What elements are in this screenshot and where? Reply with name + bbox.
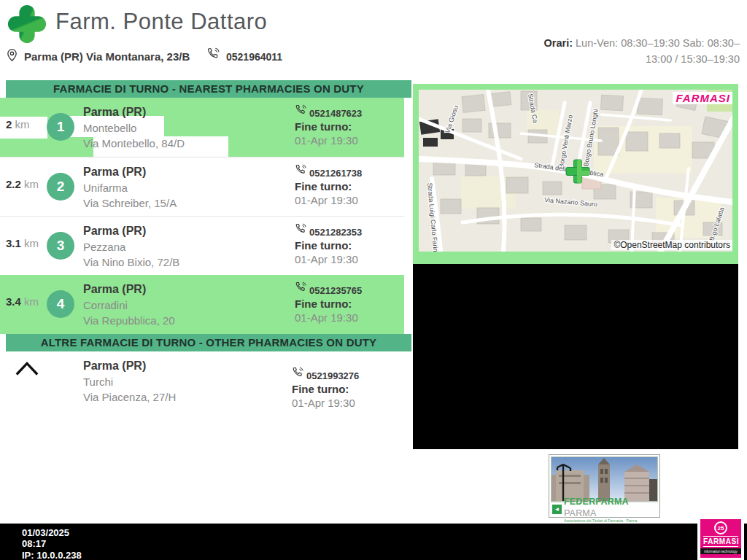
pharmacy-row[interactable]: 3.1 km 3 Parma (PR) Pezzana Via Nino Bix…: [0, 216, 404, 275]
distance-unit: km: [24, 237, 39, 249]
fine-turno-label: Fine turno:: [295, 120, 411, 133]
distance-value: 2: [6, 118, 12, 131]
phone-icon: [292, 366, 304, 381]
rank-badge: 4: [47, 290, 74, 318]
pharmacy-street: Via Repubblica, 20: [83, 314, 175, 327]
pharmacy-info: Parma (PR) Corradini Via Repubblica, 20: [83, 283, 175, 327]
fine-turno-value: 01-Apr 19:30: [295, 311, 411, 324]
distance-value: 2.2: [6, 178, 21, 190]
federfarma-subtitle: Associazione dei Titolari di Farmacia - …: [564, 519, 657, 523]
pharmacy-city: Parma (PR): [83, 166, 177, 179]
duty-phone: 0521993276: [306, 370, 359, 381]
pharmacy-city: Parma (PR): [83, 359, 176, 373]
pharmacy-info: Parma (PR) Montebello Via Montebello, 84…: [83, 106, 185, 149]
location-pin-icon: [6, 48, 18, 65]
distance-unit: km: [24, 295, 39, 308]
fine-turno-label: Fine turno:: [292, 383, 409, 395]
page-header: Farm. Ponte Dattaro Parma (PR) Via Monta…: [0, 0, 747, 80]
footer-ip: IP: 10.0.0.238: [22, 550, 747, 560]
phone-icon: [206, 47, 220, 63]
pharmacy-row[interactable]: 3.4 km 4 Parma (PR) Corradini Via Repubb…: [0, 275, 404, 334]
farmasi-brand-text: FARMASI: [703, 536, 738, 547]
fine-turno-label: Fine turno:: [295, 180, 411, 192]
duty-info: 0521235765 Fine turno: 01-Apr 19:30: [295, 281, 411, 324]
federfarma-logo-icon: ◄: [552, 505, 562, 514]
rank-badge: 1: [47, 113, 74, 141]
distance-value: 3.1: [6, 237, 21, 249]
federfarma-brand: FEDERFARMA: [564, 497, 629, 507]
duty-info: 0521261738 Fine turno: 01-Apr 19:30: [295, 163, 411, 206]
fine-turno-value: 01-Apr 19:30: [295, 134, 411, 147]
pharmacy-city: Parma (PR): [83, 225, 179, 238]
hours-label: Orari:: [544, 37, 573, 49]
duty-phone: 0521261738: [309, 168, 362, 179]
phone-icon: [295, 104, 307, 119]
distance: 3.1 km: [6, 237, 39, 249]
pharmacy-name: Turchi: [83, 376, 176, 388]
farmasi-map-logo: FARMASI: [673, 92, 733, 104]
distance: 3.4 km: [6, 295, 39, 308]
federfarma-banner: ◄ FEDERFARMA PARMA Associazione dei Tito…: [549, 454, 660, 518]
osm-attribution: ©OpenStreetMap contributors: [611, 240, 732, 250]
status-footer: 01/03/2025 08:17 IP: 10.0.0.238: [0, 524, 747, 560]
distance: 2.2 km: [6, 178, 39, 190]
map-tiles: Via Giosu Strada Ca Borgo Venti Marzo Bo…: [419, 90, 732, 252]
footer-time: 08:17: [22, 538, 747, 549]
federfarma-caption: ◄ FEDERFARMA PARMA Associazione dei Tito…: [551, 502, 658, 516]
duty-info: 0521282353 Fine turno: 01-Apr 19:30: [295, 222, 411, 265]
footer-date: 01/03/2025: [22, 527, 747, 538]
distance: 2 km: [6, 118, 30, 131]
pharmacy-row[interactable]: Parma (PR) Turchi Via Piacenza, 27/H 052…: [0, 351, 404, 419]
opening-hours: Orari: Lun-Ven: 08:30–19:30 Sab: 08:30– …: [506, 35, 740, 68]
pharmacy-cross-logo: [6, 3, 48, 48]
farmasi-logo: 25 FARMASI information technology: [700, 519, 741, 558]
chevron-up-icon[interactable]: [15, 360, 39, 379]
pharmacy-street: Via Nino Bixio, 72/B: [83, 256, 179, 268]
rank-badge: 2: [47, 173, 74, 201]
pharmacy-name: Corradini: [83, 299, 175, 311]
map-frame: Via Giosu Strada Ca Borgo Venti Marzo Bo…: [413, 84, 738, 264]
duty-phone: 0521282353: [309, 227, 362, 238]
pharmacy-info: Parma (PR) Pezzana Via Nino Bixio, 72/B: [83, 225, 179, 268]
fine-turno-value: 01-Apr 19:30: [295, 253, 411, 265]
pharmacy-info: Parma (PR) Turchi Via Piacenza, 27/H: [83, 359, 176, 403]
duty-info: 0521487623 Fine turno: 01-Apr 19:30: [295, 104, 411, 147]
phone-icon: [295, 281, 307, 296]
distance-unit: km: [24, 178, 39, 190]
pharmacy-phone: 0521964011: [226, 51, 282, 63]
anniversary-25-emblem: 25: [714, 521, 727, 534]
hours-line2: 13:00 / 15:30–19:30: [506, 51, 740, 67]
fine-turno-value: 01-Apr 19:30: [295, 194, 411, 206]
pharmacy-name: Pezzana: [83, 241, 179, 253]
distance-unit: km: [15, 118, 30, 131]
federfarma-region: PARMA: [564, 508, 597, 518]
distance-value: 3.4: [6, 295, 21, 308]
pharmacy-row[interactable]: 2.2 km 2 Parma (PR) Unifarma Via Schreib…: [0, 157, 404, 216]
section-title-other: ALTRE FARMACIE DI TURNO - OTHER PHARMACI…: [6, 334, 411, 351]
map[interactable]: Via Giosu Strada Ca Borgo Venti Marzo Bo…: [419, 90, 732, 252]
duty-phone: 0521487623: [309, 108, 362, 119]
pharmacy-list: FARMACIE DI TURNO - NEAREST PHARMACIES O…: [0, 80, 413, 419]
pharmacy-info: Parma (PR) Unifarma Via Schreiber, 15/A: [83, 166, 177, 209]
pharmacy-street: Via Montebello, 84/D: [83, 137, 185, 149]
section-title-nearest: FARMACIE DI TURNO - NEAREST PHARMACIES O…: [6, 80, 411, 98]
phone-icon: [295, 163, 307, 179]
pharmacy-street: Via Piacenza, 27/H: [83, 391, 176, 403]
pharmacy-row[interactable]: 2 km 1 Parma (PR) Montebello Via Montebe…: [0, 98, 404, 157]
hours-line1: Lun-Ven: 08:30–19:30 Sab: 08:30–: [576, 37, 740, 49]
blank-panel: [413, 264, 738, 449]
fine-turno-value: 01-Apr 19:30: [292, 397, 409, 409]
page-title: Farm. Ponte Dattaro: [55, 9, 267, 35]
pharmacy-city: Parma (PR): [83, 106, 185, 119]
pharmacy-name: Unifarma: [83, 182, 177, 194]
pharmacy-address: Parma (PR) Via Montanara, 23/B: [24, 50, 190, 63]
pharmacy-name: Montebello: [83, 122, 185, 134]
duty-info: 0521993276 Fine turno: 01-Apr 19:30: [292, 366, 409, 409]
fine-turno-label: Fine turno:: [295, 298, 411, 310]
duty-phone: 0521235765: [309, 285, 362, 296]
rank-badge: 3: [47, 232, 74, 260]
pharmacy-city: Parma (PR): [83, 283, 175, 296]
pharmacy-street: Via Schreiber, 15/A: [83, 197, 177, 209]
farmasi-tagline: information technology: [700, 548, 741, 554]
farmasi-logo-frame: 25 FARMASI information technology: [697, 517, 744, 560]
